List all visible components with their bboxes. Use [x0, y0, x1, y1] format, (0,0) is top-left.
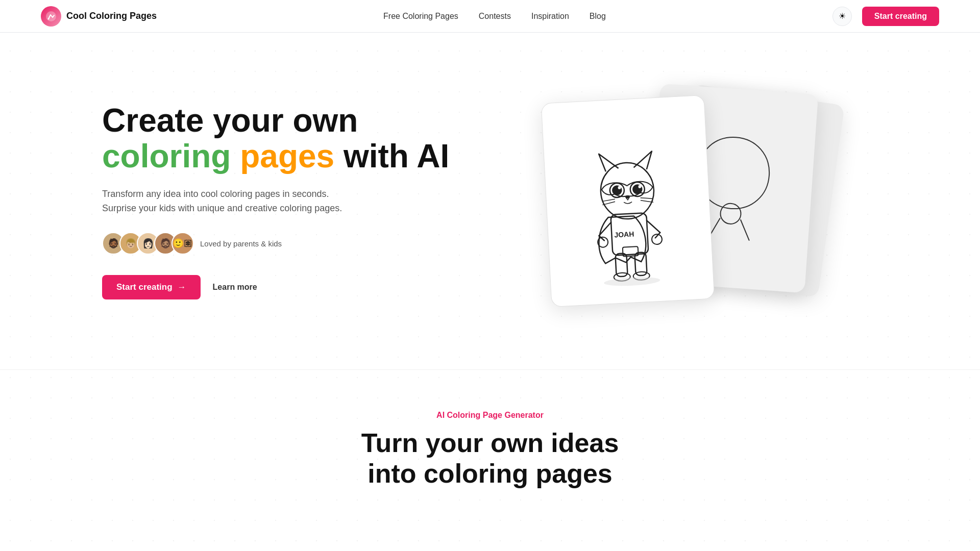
nav-links: Free Coloring Pages Contests Inspiration…	[383, 12, 606, 21]
logo-icon	[41, 6, 61, 27]
section-ai-title: Turn your own ideas into coloring pages	[102, 428, 878, 489]
avatars-group: 🧔🏾 👦🏼 👩🏻 🧔🏽 🙂🏽	[102, 232, 194, 255]
svg-line-24	[602, 202, 615, 205]
svg-text:JOAH: JOAH	[614, 230, 634, 239]
coloring-cards: S	[536, 84, 801, 318]
coloring-card-front: JOAH	[541, 95, 715, 307]
logo-link[interactable]: Cool Coloring Pages	[41, 6, 157, 27]
nav-blog[interactable]: Blog	[590, 12, 606, 20]
svg-line-25	[641, 197, 653, 199]
avatar-5: 🙂🏽	[172, 232, 194, 255]
section-ai: AI Coloring Page Generator Turn your own…	[0, 369, 980, 530]
svg-point-5	[720, 203, 742, 225]
avatar-row: 🧔🏾 👦🏼 👩🏻 🧔🏽 🙂🏽 Loved by parents & kids	[102, 232, 459, 255]
hero-pages-word: pages	[240, 138, 334, 174]
hero-title: Create your own coloring pages with AI	[102, 103, 459, 174]
logo-text: Cool Coloring Pages	[66, 11, 157, 21]
hero-start-creating-button[interactable]: Start creating →	[102, 275, 201, 299]
section-ai-label: AI Coloring Page Generator	[102, 411, 878, 420]
learn-more-button[interactable]: Learn more	[213, 283, 257, 292]
svg-point-27	[604, 276, 660, 287]
hero-description: Transform any idea into cool coloring pa…	[102, 187, 357, 216]
svg-point-0	[46, 11, 56, 21]
theme-toggle-button[interactable]: ☀	[832, 7, 852, 26]
hero-right: S	[459, 73, 878, 329]
nav-right: ☀ Start creating	[832, 7, 939, 26]
hero-cta: Start creating → Learn more	[102, 275, 459, 299]
svg-point-15	[599, 161, 655, 220]
nav-inspiration[interactable]: Inspiration	[531, 12, 569, 20]
hero-left: Create your own coloring pages with AI T…	[102, 103, 459, 299]
hero-rest-text: with AI	[344, 138, 449, 174]
hero-section: Create your own coloring pages with AI T…	[0, 33, 980, 369]
svg-point-1	[48, 18, 50, 19]
nav-start-creating-button[interactable]: Start creating	[862, 7, 939, 26]
avatar-label: Loved by parents & kids	[200, 239, 282, 248]
hero-coloring-word: coloring	[102, 138, 231, 174]
navbar: Cool Coloring Pages Free Coloring Pages …	[0, 0, 980, 33]
nav-free-coloring[interactable]: Free Coloring Pages	[383, 12, 458, 20]
nav-contests[interactable]: Contests	[479, 12, 511, 20]
svg-line-23	[602, 199, 615, 201]
